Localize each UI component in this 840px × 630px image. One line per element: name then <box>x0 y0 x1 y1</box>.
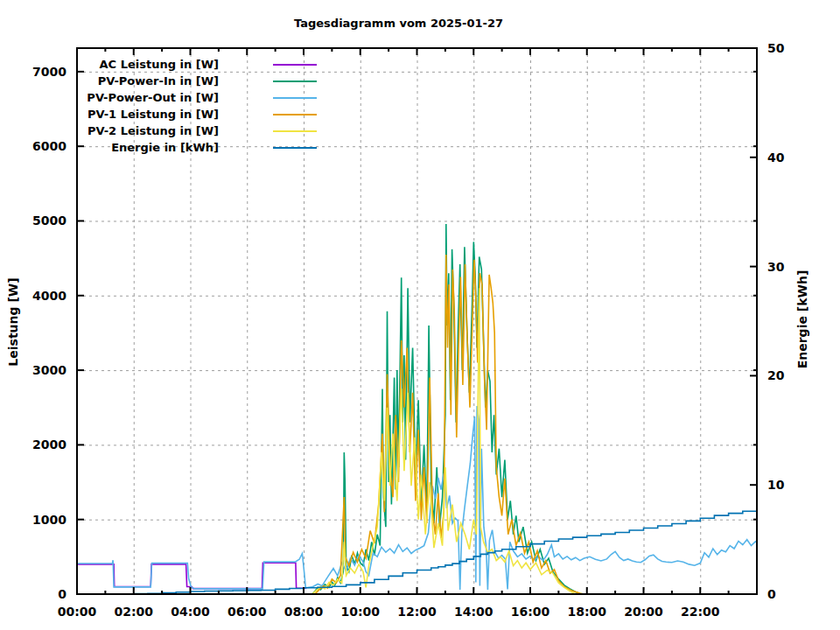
legend-line-sample <box>273 64 317 66</box>
legend-item: PV-Power-Out in [W] <box>0 89 332 106</box>
legend-line-sample <box>273 114 317 116</box>
chart-root: Tagesdiagramm vom 2025-01-27 Leistung [W… <box>0 0 840 630</box>
legend-item: Energie in [kWh] <box>0 139 332 156</box>
legend-item-label: PV-2 Leistung in [W] <box>0 124 219 137</box>
legend-item-label: PV-1 Leistung in [W] <box>0 108 219 121</box>
legend-item-label: AC Leistung in [W] <box>0 58 219 71</box>
legend-line-sample <box>273 130 317 132</box>
series-line-ac <box>77 563 306 588</box>
legend-line-sample <box>273 147 317 149</box>
legend-item: PV-2 Leistung in [W] <box>0 122 332 139</box>
legend-item-label: Energie in [kWh] <box>0 141 219 154</box>
legend-line-sample <box>273 97 317 99</box>
chart-title: Tagesdiagramm vom 2025-01-27 <box>294 17 503 30</box>
y-axis-label: Leistung [W] <box>6 277 20 366</box>
legend-line-sample <box>273 80 317 82</box>
legend-item-label: PV-Power-In in [W] <box>0 74 219 88</box>
legend-item-label: PV-Power-Out in [W] <box>0 91 219 104</box>
legend-item: PV-Power-In in [W] <box>0 73 332 89</box>
legend-item: AC Leistung in [W] <box>0 56 332 73</box>
legend-item: PV-1 Leistung in [W] <box>0 106 332 122</box>
y2-axis-label: Energie [kWh] <box>795 270 809 369</box>
